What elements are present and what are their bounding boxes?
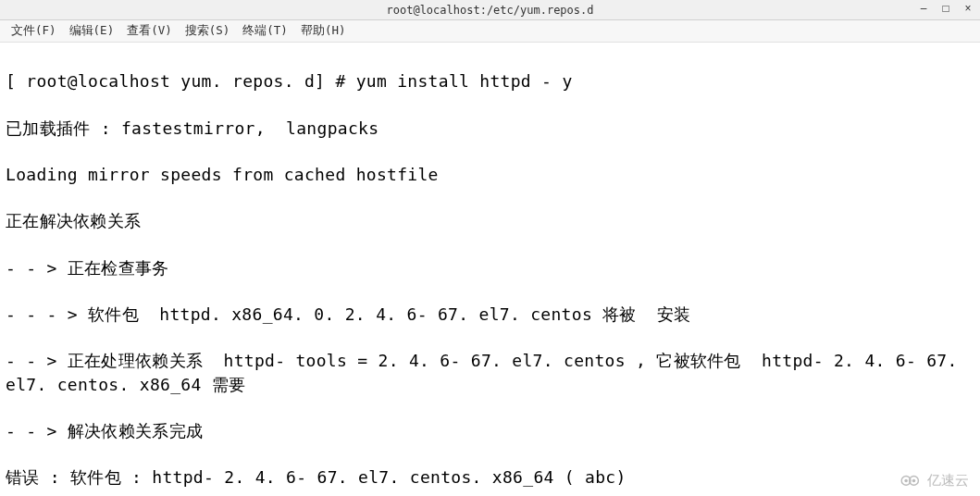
minimize-button[interactable]: – [917,2,930,15]
maximize-button[interactable]: □ [939,2,952,15]
terminal-line: 已加载插件 : fastestmirror, langpacks [6,117,974,140]
cloud-icon [898,471,924,490]
window-title: root@localhost:/etc/yum.repos.d [387,4,594,17]
terminal-line: - - - > 软件包 httpd. x86_64. 0. 2. 4. 6- 6… [6,303,974,326]
terminal-line: Loading mirror speeds from cached hostfi… [6,163,974,186]
terminal-line: - - > 正在检查事务 [6,256,974,279]
terminal-output[interactable]: [ root@localhost yum. repos. d] # yum in… [0,43,980,496]
menu-help[interactable]: 帮助(H) [297,21,350,41]
terminal-line: - - > 解决依赖关系完成 [6,419,974,442]
terminal-line: - - > 正在处理依赖关系 httpd- tools = 2. 4. 6- 6… [6,349,974,395]
window-titlebar: root@localhost:/etc/yum.repos.d – □ × [0,0,980,20]
terminal-line: 错误 : 软件包 : httpd- 2. 4. 6- 67. el7. cent… [6,465,974,489]
menu-search[interactable]: 搜索(S) [181,21,234,41]
terminal-line: [ root@localhost yum. repos. d] # yum in… [6,69,974,93]
watermark-text: 亿速云 [927,472,969,490]
close-button[interactable]: × [961,2,974,15]
menu-file[interactable]: 文件(F) [7,21,60,41]
window-controls: – □ × [917,2,974,15]
menu-view[interactable]: 查看(V) [123,21,176,41]
menu-terminal[interactable]: 终端(T) [239,21,292,41]
watermark: 亿速云 [898,471,969,490]
menu-edit[interactable]: 编辑(E) [66,21,118,41]
terminal-line: 正在解决依赖关系 [6,209,974,232]
menu-bar: 文件(F) 编辑(E) 查看(V) 搜索(S) 终端(T) 帮助(H) [0,20,980,43]
svg-point-2 [904,479,908,483]
svg-point-3 [912,479,916,483]
